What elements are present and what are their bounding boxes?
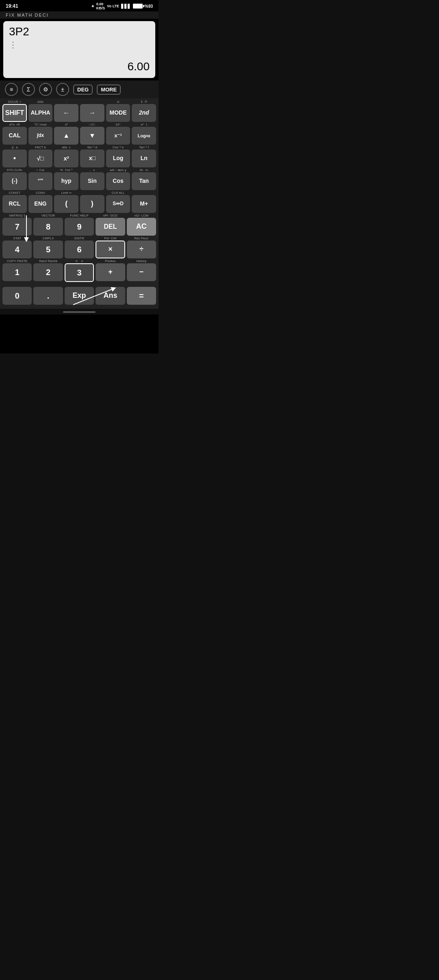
- col-std: CLR ALL S⇔D: [106, 191, 130, 213]
- row-trig: STO CLRv (-) i Cot °'" % Cot⁻¹ hyp , x S…: [2, 168, 156, 190]
- mode-labels: FIX MATH DECI: [6, 13, 49, 17]
- col-xpow: Sin⁻¹ d x□: [80, 145, 104, 167]
- x2-key[interactable]: x²: [54, 150, 78, 167]
- mode-key[interactable]: MODE: [106, 104, 130, 122]
- alpha-key[interactable]: ALPHA: [28, 104, 53, 122]
- col-mplus: M+: [132, 191, 156, 213]
- bluetooth-icon: ✦: [91, 4, 94, 9]
- lparen-key[interactable]: (: [54, 195, 78, 213]
- exp-key[interactable]: Exp: [65, 287, 94, 305]
- plusminus-button[interactable]: ±: [56, 83, 69, 96]
- sigma-button[interactable]: Σ: [22, 83, 35, 96]
- settings-button[interactable]: ⚙: [39, 83, 52, 96]
- col-logax: eˣ t Logax: [132, 123, 156, 145]
- ans-key[interactable]: Ans: [96, 287, 125, 305]
- signal-strength: ▋▋▋: [121, 4, 131, 9]
- deg-min-sec-key[interactable]: °'": [28, 172, 53, 190]
- 1-key[interactable]: 1: [2, 263, 32, 281]
- cal-key[interactable]: CAL: [2, 127, 27, 145]
- 6-key[interactable]: 6: [65, 241, 94, 258]
- rparen-key[interactable]: ): [80, 195, 104, 213]
- hyp-key[interactable]: hyp: [54, 172, 78, 190]
- fraction-key[interactable]: ▪: [2, 150, 27, 167]
- col-left: : ←: [54, 100, 78, 122]
- col-4: STAT 4: [2, 236, 32, 258]
- col-1: COPY PASTE 1: [2, 259, 32, 282]
- sqrt-key[interactable]: √□: [28, 150, 53, 167]
- col-del: nPr GCD DEL: [96, 214, 125, 236]
- col-ans: Ans: [96, 283, 125, 305]
- battery-percent: %93: [145, 4, 153, 9]
- network-type: Vo LTE: [107, 4, 119, 8]
- 3-key[interactable]: 3: [65, 263, 94, 282]
- neg-key[interactable]: (-): [2, 172, 27, 190]
- plus-key[interactable]: +: [96, 263, 125, 281]
- col-log: Cos⁻¹ e Log: [106, 145, 130, 167]
- col-0: 0: [2, 283, 32, 305]
- 4-key[interactable]: 4: [2, 241, 32, 258]
- menu-button[interactable]: ≡: [5, 83, 18, 96]
- deg-button[interactable]: DEG: [73, 85, 93, 95]
- col-up: x³ ▲: [54, 123, 78, 145]
- col-shift: SOLVE = SHIFT: [2, 100, 27, 122]
- logax-key[interactable]: Logax: [132, 127, 156, 145]
- log-key[interactable]: Log: [106, 150, 130, 167]
- std-key[interactable]: S⇔D: [106, 195, 130, 213]
- del-key[interactable]: DEL: [96, 218, 125, 236]
- down-arrow-key[interactable]: ▼: [80, 127, 104, 145]
- home-indicator-area: [0, 309, 159, 314]
- col-down: □√□ ▼: [80, 123, 104, 145]
- xpow-key[interactable]: x□: [80, 150, 104, 167]
- row-log: ∠ a ▪ FACT b √□ abs c x² Sin⁻¹ d x□ Cos⁻…: [2, 145, 156, 167]
- row-456: STAT 4 CMPLX 5 DISTR 6 Pol Cell × Rec Fl…: [2, 236, 156, 258]
- minus-key[interactable]: −: [127, 263, 156, 281]
- 2-key[interactable]: 2: [33, 263, 63, 281]
- left-arrow-key[interactable]: ←: [54, 104, 78, 122]
- col-xinv: 10ˣ x⁻¹: [106, 123, 130, 145]
- col-x2: abs c x²: [54, 145, 78, 167]
- 5-key[interactable]: 5: [33, 241, 63, 258]
- shift-key[interactable]: SHIFT: [2, 104, 27, 122]
- 7-key[interactable]: 7: [2, 218, 32, 236]
- data-speed: 0.00KB/S: [96, 2, 105, 10]
- mplus-key[interactable]: M+: [132, 195, 156, 213]
- row-cal: aᵇ/c ÷R CAL ³√□ mod ∫dx x³ ▲ □√□ ▼ 10ˣ x…: [2, 123, 156, 145]
- 2nd-key[interactable]: 2nd: [132, 104, 156, 122]
- col-5: CMPLX 5: [33, 236, 63, 258]
- divide-key[interactable]: ÷: [127, 241, 156, 258]
- ac-key[interactable]: AC: [127, 218, 156, 236]
- col-dot: .: [33, 283, 63, 305]
- expression-display: 3P2: [9, 25, 150, 38]
- battery-icon: [133, 4, 143, 9]
- row-shift: SOLVE = SHIFT d/dx ALPHA : ← → x! MODE Σ…: [2, 100, 156, 122]
- right-arrow-key[interactable]: →: [80, 104, 104, 122]
- time: 19:41: [6, 3, 18, 9]
- dot-key[interactable]: .: [33, 287, 63, 305]
- col-frac: ∠ a ▪: [2, 145, 27, 167]
- col-ac: nCr LCM AC: [127, 214, 156, 236]
- calculator-display: 3P2 ⋮ 6.00: [3, 21, 155, 78]
- col-right: →: [80, 100, 104, 122]
- cos-key[interactable]: Cos: [106, 172, 130, 190]
- col-minus: History −: [127, 259, 156, 282]
- ln-key[interactable]: Ln: [132, 150, 156, 167]
- more-button[interactable]: MORE: [97, 85, 121, 95]
- multiply-key[interactable]: ×: [96, 241, 125, 258]
- 0-key[interactable]: 0: [2, 287, 32, 305]
- col-eng: CONV ENG: [28, 191, 53, 213]
- 8-key[interactable]: 8: [33, 218, 63, 236]
- xinv-key[interactable]: x⁻¹: [106, 127, 130, 145]
- 9-key[interactable]: 9: [65, 218, 94, 236]
- eng-key[interactable]: ENG: [28, 195, 53, 213]
- sin-key[interactable]: Sin: [80, 172, 104, 190]
- equals-key[interactable]: =: [127, 287, 156, 305]
- toolbar: ≡ Σ ⚙ ± DEG MORE: [0, 80, 159, 98]
- col-cos: a/b→ab/c y Cos: [106, 168, 130, 190]
- col-8: VECTOR 8: [33, 214, 63, 236]
- result-display: 6.00: [128, 60, 150, 73]
- up-arrow-key[interactable]: ▲: [54, 127, 78, 145]
- col-3: π e 3: [65, 259, 94, 282]
- tan-key[interactable]: Tan: [132, 172, 156, 190]
- rcl-key[interactable]: RCL: [2, 195, 27, 213]
- integral-key[interactable]: ∫dx: [28, 127, 53, 145]
